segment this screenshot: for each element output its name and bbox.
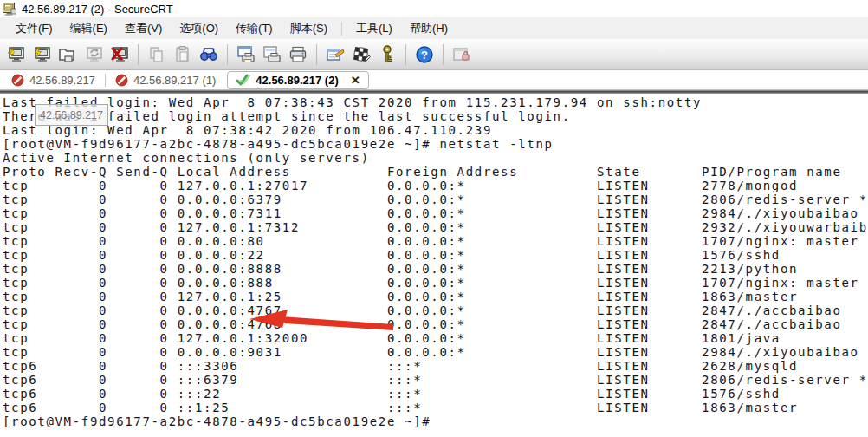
print-setup-icon	[236, 44, 256, 65]
disconnected-icon	[115, 74, 128, 87]
help-icon: ?	[414, 44, 435, 65]
tab-label: 42.56.89.217	[29, 74, 95, 87]
session-options-button[interactable]	[324, 43, 347, 66]
lock-session-button	[450, 43, 473, 66]
disconnect-icon	[109, 44, 130, 65]
global-options-icon	[351, 44, 372, 65]
menu-options[interactable]: 选项(O)	[171, 17, 227, 40]
menu-separator	[341, 22, 342, 36]
quick-connect-icon	[5, 44, 26, 65]
disconnect-button[interactable]	[108, 43, 131, 66]
menu-edit[interactable]: 编辑(E)	[62, 17, 116, 40]
toolbar-separator	[227, 44, 228, 65]
keymap-button[interactable]	[376, 43, 398, 66]
terminal-area[interactable]: Last failed login: Wed Apr 8 07:38:43 CS…	[0, 94, 868, 437]
toolbar: ?	[0, 39, 868, 70]
menu-file[interactable]: 文件(F)	[7, 17, 62, 40]
terminal-output: Last failed login: Wed Apr 8 07:38:43 CS…	[3, 95, 868, 428]
global-options-button[interactable]	[350, 43, 372, 66]
toolbar-separator	[443, 44, 444, 65]
connect-in-tab-icon	[57, 44, 78, 65]
tab-session-3-active[interactable]: 42.56.89.217 (2) ✕	[227, 71, 368, 89]
find-icon	[198, 44, 219, 65]
key-icon	[377, 44, 398, 65]
tooltip-text: 42.56.89.217	[40, 109, 103, 121]
menu-help[interactable]: 帮助(H)	[401, 17, 457, 40]
reconnect-icon	[83, 44, 104, 65]
print-button[interactable]	[287, 43, 309, 66]
find-button[interactable]	[198, 43, 220, 66]
red-arrow-annotation	[248, 307, 397, 336]
session-tab-bar: 42.56.89.217 42.56.89.217 (1) 42.56.89.2…	[0, 70, 868, 89]
window-title: 42.56.89.217 (2) - SecureCRT	[22, 3, 173, 16]
tab-label: 42.56.89.217 (2)	[256, 74, 338, 87]
connect-button[interactable]	[30, 43, 53, 66]
reconnect-button	[82, 43, 105, 66]
copy-icon	[146, 44, 167, 65]
menu-transfer[interactable]: 传输(T)	[227, 17, 282, 40]
toolbar-separator	[138, 44, 139, 65]
app-icon	[3, 3, 16, 16]
title-bar: 42.56.89.217 (2) - SecureCRT	[0, 0, 868, 17]
svg-text:?: ?	[421, 49, 428, 62]
paste-icon	[172, 44, 193, 65]
disconnected-icon	[11, 74, 24, 87]
tab-session-2[interactable]: 42.56.89.217 (1)	[107, 71, 223, 89]
tab-separator	[105, 74, 106, 87]
securecrt-window: 42.56.89.217 (2) - SecureCRT 文件(F) 编辑(E)…	[0, 0, 868, 437]
connect-icon	[31, 44, 52, 65]
tab-close-button[interactable]: ✕	[351, 74, 360, 87]
menu-view[interactable]: 查看(V)	[116, 17, 171, 40]
quick-connect-button[interactable]	[4, 43, 27, 66]
lock-session-icon	[451, 44, 472, 65]
toolbar-separator	[316, 44, 317, 65]
session-options-icon	[325, 44, 346, 65]
copy-button	[146, 43, 168, 66]
tab-session-1[interactable]: 42.56.89.217	[3, 71, 103, 89]
menu-tools[interactable]: 工具(L)	[347, 17, 401, 40]
connected-check-icon	[236, 74, 250, 86]
tab-hover-tooltip: 42.56.89.217	[35, 104, 108, 126]
help-button[interactable]: ?	[413, 43, 436, 66]
paste-button	[172, 43, 194, 66]
print-selection-icon	[262, 44, 282, 65]
tab-label: 42.56.89.217 (1)	[133, 74, 216, 87]
menu-script[interactable]: 脚本(S)	[282, 17, 336, 40]
connect-in-tab-button[interactable]	[56, 43, 79, 66]
toolbar-separator	[405, 44, 406, 65]
print-setup-button[interactable]	[235, 43, 257, 66]
print-icon	[288, 44, 308, 65]
print-selection-button[interactable]	[261, 43, 283, 66]
menu-bar: 文件(F) 编辑(E) 查看(V) 选项(O) 传输(T) 脚本(S) 工具(L…	[0, 17, 868, 39]
